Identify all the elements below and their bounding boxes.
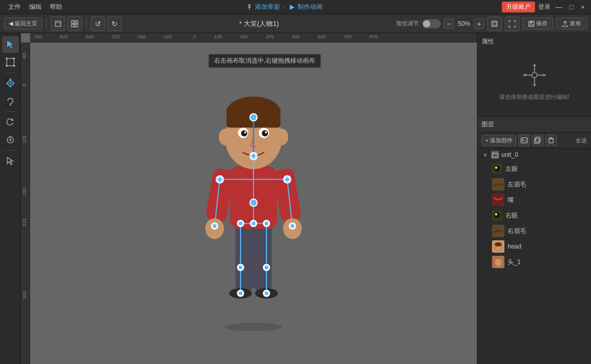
layer-group-unit0[interactable]: ▼ unit_0 (477, 149, 591, 161)
svg-rect-34 (254, 223, 272, 290)
publish-icon (562, 21, 568, 27)
select-all-button[interactable]: 全选 (575, 137, 587, 144)
svg-point-114 (495, 258, 502, 267)
svg-rect-105 (492, 153, 498, 157)
bone-add-tool[interactable] (2, 75, 19, 92)
svg-marker-15 (7, 41, 13, 48)
crop-button[interactable] (51, 17, 65, 31)
svg-rect-80 (251, 221, 256, 225)
make-animation-btn[interactable]: 制作动画 (288, 3, 322, 11)
layer-item-right-eye[interactable]: 右眼 (477, 208, 591, 223)
canvas-tooltip: 右击画布取消选中,右键拖拽移动画布 (208, 54, 321, 68)
close-button[interactable]: × (579, 3, 587, 11)
ruler-mark: -125 (162, 34, 172, 39)
select-tool[interactable] (2, 36, 19, 53)
layer-thumb-right-eye (492, 210, 502, 221)
layer-item-right-brow[interactable]: 右眉毛 (477, 223, 591, 239)
folder-icon (492, 152, 498, 158)
menu-bar: 文件 编辑 帮助 添加骨架 › 制作动画 升级账户 登录 — □ × (0, 0, 591, 14)
layer-item-head[interactable]: head (477, 239, 591, 254)
brow-thumb-icon (493, 182, 503, 186)
layer-item-left-brow[interactable]: 左眉毛 (477, 177, 591, 192)
lasso-tool[interactable] (2, 93, 19, 109)
ruler-vmark: -65 (22, 53, 27, 60)
svg-point-20 (13, 65, 15, 67)
svg-marker-98 (523, 74, 526, 77)
fit-button[interactable] (487, 17, 502, 31)
left-toolbar (0, 33, 21, 364)
zoom-out-button[interactable]: − (444, 19, 454, 29)
svg-marker-99 (543, 74, 546, 77)
redo-button[interactable]: ↻ (107, 17, 122, 31)
canvas-area[interactable]: -750 -625 -500 -375 -250 -125 0 125 250 … (21, 33, 477, 364)
svg-rect-84 (290, 224, 294, 228)
svg-rect-89 (251, 154, 256, 158)
svg-point-113 (495, 242, 502, 246)
tool-separator-3 (4, 150, 17, 151)
svg-rect-86 (264, 265, 269, 269)
back-home-button[interactable]: ◀ 返回主页 (4, 18, 42, 30)
layer-thumb-left-brow (492, 178, 504, 191)
layer-item-head1[interactable]: 头_1 (477, 254, 591, 270)
add-part-button[interactable]: + 添加部件 (482, 135, 516, 146)
preview-toggle[interactable] (422, 19, 441, 28)
layer-item-left-eye[interactable]: 左眼 (477, 161, 591, 177)
ruler-mark: 500 (292, 34, 300, 39)
layer-image-button[interactable] (518, 135, 530, 146)
layers-section: 图层 + 添加部件 全选 (477, 117, 591, 364)
ruler-vmark: 0 (22, 84, 27, 86)
ruler-horizontal: -750 -625 -500 -375 -250 -125 0 125 250 … (30, 33, 477, 42)
svg-rect-82 (264, 221, 269, 225)
maximize-button[interactable]: □ (568, 3, 576, 11)
svg-point-51 (265, 131, 267, 133)
svg-rect-13 (530, 21, 532, 23)
arrow-select-icon (6, 156, 15, 166)
fullscreen-icon (509, 20, 516, 27)
toolbar: ◀ 返回主页 ↺ ↻ * 大笑(人物1) 预览调节 − 50% + 保存 (0, 14, 591, 33)
rotate-tool[interactable] (2, 114, 19, 130)
preview-label: 预览调节 (396, 20, 419, 27)
ruler-mark: 0 (193, 34, 196, 39)
menu-help[interactable]: 帮助 (46, 3, 66, 11)
tool-separator-1 (4, 72, 17, 73)
fullscreen-button[interactable] (505, 17, 519, 31)
menu-file[interactable]: 文件 (4, 3, 25, 11)
zoom-in-button[interactable]: + (474, 19, 484, 29)
add-skeleton-btn[interactable]: 添加骨架 (246, 3, 280, 11)
svg-rect-88 (264, 291, 269, 295)
layer-item-mouth[interactable]: 嘴 (477, 192, 591, 208)
svg-rect-83 (213, 224, 217, 228)
grid-button[interactable] (67, 17, 82, 31)
svg-rect-33 (235, 223, 254, 290)
svg-marker-31 (7, 157, 13, 165)
publish-button[interactable]: 发布 (556, 18, 587, 30)
undo-button[interactable]: ↺ (91, 17, 105, 31)
ruler-mark: 250 (240, 34, 248, 39)
layer-copy-button[interactable] (532, 135, 543, 146)
minimize-button[interactable]: — (554, 3, 565, 11)
transform-tool[interactable] (2, 54, 19, 70)
group-expand-icon[interactable]: ▼ (482, 151, 489, 158)
svg-rect-11 (493, 22, 496, 25)
menu-right: 升级账户 登录 — □ × (502, 2, 587, 12)
properties-empty-state: 请选择骨骼或图层进行编辑! (482, 50, 587, 112)
login-button[interactable]: 登录 (538, 3, 551, 11)
save-button[interactable]: 保存 (523, 18, 553, 30)
svg-point-101 (522, 139, 524, 140)
tool-separator-2 (4, 111, 17, 112)
arrow-select-tool[interactable] (2, 153, 19, 169)
eye-thumb-icon (492, 164, 502, 174)
rotate-icon (6, 118, 15, 127)
fit-icon (491, 20, 498, 27)
svg-point-0 (248, 4, 250, 6)
weight-tool[interactable] (2, 132, 19, 148)
upgrade-button[interactable]: 升级账户 (502, 2, 535, 12)
menu-edit[interactable]: 编辑 (25, 3, 46, 11)
svg-rect-7 (75, 21, 78, 23)
svg-rect-78 (218, 177, 222, 181)
head1-thumb-icon (494, 257, 503, 267)
properties-icon (522, 62, 547, 88)
svg-point-48 (241, 130, 247, 136)
right-panel: 属性 请选择骨骼或图层进行编辑! 图层 (477, 33, 591, 364)
layer-delete-button[interactable] (545, 135, 557, 146)
